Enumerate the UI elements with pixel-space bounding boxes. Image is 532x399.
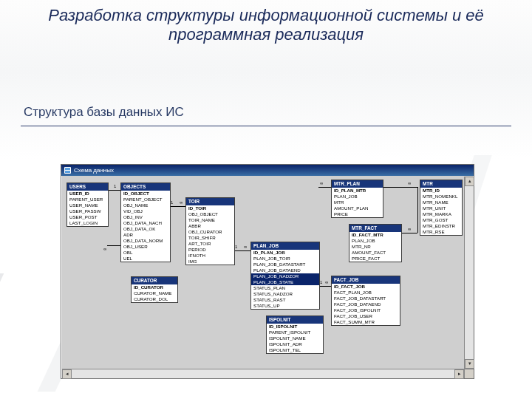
table-header: MTR_FACT — [349, 225, 401, 232]
field: PARENT_ISPOLNIT — [267, 330, 323, 335]
field: FACT_SUMM_MTR — [332, 319, 400, 325]
field: PRICE — [332, 211, 383, 217]
field: PLAN_JOB — [349, 238, 401, 244]
card-one: 1 — [114, 184, 116, 188]
scroll-down-icon[interactable]: ▾ — [465, 359, 474, 369]
field: ISPOLNIT_TEL — [267, 347, 323, 353]
table-toir[interactable]: TOIR ID_TOIR OBJ_OBJECT TOIR_NAME ABBR O… — [185, 197, 235, 265]
table-header: USERS — [67, 183, 108, 191]
scrollbar-vertical[interactable]: ▴ ▾ — [464, 177, 474, 369]
field: PARENT_OBJECT — [121, 197, 170, 202]
field: MTR_MARKA — [420, 211, 462, 217]
schema-window: Схема данных 1 1 ∞ 1 ∞ 1 ∞ ∞ 1 ∞ ∞ ∞ — [61, 164, 474, 379]
scrollbar-corner — [464, 369, 474, 378]
table-objects[interactable]: OBJECTS ID_OBJECT PARENT_OBJECT OBJ_NAME… — [120, 183, 171, 262]
card-many: ∞ — [180, 200, 183, 205]
field: USER_NAME — [67, 202, 108, 208]
field: CURATOR_NAME — [132, 290, 177, 296]
field: OBJ_DATA_NACH — [121, 220, 170, 226]
field: PLAN_JOB_DATASTART — [251, 262, 319, 267]
field: PERIOD — [186, 247, 234, 253]
table-header: MTR_PLAN — [332, 180, 383, 188]
scroll-left-icon[interactable]: ◂ — [62, 369, 72, 379]
field: OBJ_INV — [121, 214, 170, 220]
rel-users-objects-b — [107, 245, 120, 246]
rel-planjob-mtrplan — [318, 187, 331, 188]
table-header: TOIR — [186, 198, 234, 205]
table-users[interactable]: USERS USER_ID PARENT_USER USER_NAME USER… — [66, 183, 109, 227]
field: MTR_EDINSTR — [420, 223, 462, 229]
field: FACT_PLAN_JOB — [332, 290, 400, 296]
field: AMOUNT_PLAN — [332, 205, 383, 211]
field: ID_PLAN_MTR — [332, 188, 383, 194]
card-many: ∞ — [325, 280, 328, 284]
field: USER_ID — [67, 191, 108, 197]
window-titlebar[interactable]: Схема данных — [61, 165, 474, 176]
field: ID_TOIR — [186, 205, 234, 211]
field: USER_PASSW — [67, 208, 108, 214]
table-header: OBJECTS — [121, 183, 170, 191]
field: ISPOLNIT_ADR — [267, 341, 323, 347]
field: STATUS_NADZOR — [251, 291, 319, 297]
scroll-up-icon[interactable]: ▴ — [465, 177, 474, 186]
field: OBJ_CURATOR — [186, 229, 234, 235]
field: MTR_ID — [420, 188, 462, 194]
field: ID_ISPOLNIT — [267, 324, 323, 330]
field: PARENT_USER — [67, 197, 108, 202]
card-many: ∞ — [408, 181, 411, 185]
table-mtr-fact[interactable]: MTR_FACT ID_FACT_MTR PLAN_JOB MTR_NR AMO… — [349, 224, 402, 262]
table-plan-job[interactable]: PLAN_JOB ID_PLAN_JOB PLAN_JOB_TOIR PLAN_… — [250, 242, 320, 310]
rel-objects-toir — [169, 206, 185, 207]
rel-planjob-factjob — [318, 286, 331, 287]
scrollbar-horizontal[interactable]: ◂ ▸ — [62, 369, 464, 378]
card-one: 1 — [320, 280, 322, 284]
table-header: FACT_JOB — [332, 276, 400, 284]
field: OBJ_OBJECT — [186, 211, 234, 217]
field: MTR — [332, 200, 383, 205]
slide-subtitle: Структура базы данных ИС — [24, 105, 184, 120]
field: OBJ_DATA_OK — [121, 226, 170, 232]
field: PLAN_JOB_TOIR — [251, 256, 319, 262]
field: FACT_JOB_ISPOLNIT — [332, 307, 400, 313]
divider — [21, 126, 511, 126]
rel-toir-planjob — [233, 250, 250, 251]
slide: Разработка структуры информационной сист… — [0, 0, 532, 399]
field: TOIR_SHIFR — [186, 235, 234, 241]
scroll-right-icon[interactable]: ▸ — [454, 369, 464, 379]
field: STATUS_UP — [251, 303, 319, 309]
window-caption: Схема данных — [74, 165, 114, 176]
field: ID_OBJECT — [121, 191, 170, 197]
rel-mtrplan-mtr — [382, 187, 417, 188]
field: MTR_RSE — [420, 229, 462, 235]
table-mtr[interactable]: MTR MTR_ID MTR_NOMENKL MTR_NAME MTR_UNIT… — [420, 180, 463, 236]
field: STATUS_PLAN — [251, 285, 319, 291]
field: FACT_JOB_USER — [332, 313, 400, 319]
field: MTR_NR — [349, 244, 401, 250]
field: UEL — [121, 256, 170, 262]
diagram-canvas[interactable]: 1 1 ∞ 1 ∞ 1 ∞ ∞ 1 ∞ ∞ ∞ USERS USER_ID — [62, 177, 464, 369]
rel-users-objects — [107, 190, 120, 191]
field: ID_FACT_JOB — [332, 284, 400, 290]
field: ART_TOIR — [186, 241, 234, 247]
table-header: CURATOR — [132, 277, 177, 284]
field: MTR_UNIT — [420, 205, 462, 211]
table-fact-job[interactable]: FACT_JOB ID_FACT_JOB FACT_PLAN_JOB FACT_… — [331, 276, 400, 326]
field: PLAN_JOB_DATAEND — [251, 267, 319, 273]
field-selected: PLAN_JOB_NADZOR — [251, 273, 319, 279]
field: PRICE_FACT — [349, 256, 401, 262]
field: MTR_NOMENKL — [420, 194, 462, 200]
table-curator[interactable]: CURATOR ID_CURATOR CURATOR_NAME CURATOR_… — [131, 276, 178, 303]
field: TOIR_NAME — [186, 217, 234, 223]
field: OBL — [121, 250, 170, 256]
field: MTR_GOST — [420, 217, 462, 223]
field-selected: PLAN_JOB_STATE — [251, 279, 319, 285]
card-many: ∞ — [408, 227, 411, 231]
field: PLAN_JOB — [332, 194, 383, 200]
table-ispolnit[interactable]: ISPOLNIT ID_ISPOLNIT PARENT_ISPOLNIT ISP… — [266, 316, 324, 354]
field: ID_FACT_MTR — [349, 232, 401, 238]
card-many: ∞ — [320, 181, 323, 185]
field: ID_CURATOR — [132, 284, 177, 290]
field: OBJ_DATA_NORM — [121, 238, 170, 244]
table-header: ISPOLNIT — [267, 316, 323, 324]
table-mtr-plan[interactable]: MTR_PLAN ID_PLAN_MTR PLAN_JOB MTR AMOUNT… — [331, 180, 383, 218]
